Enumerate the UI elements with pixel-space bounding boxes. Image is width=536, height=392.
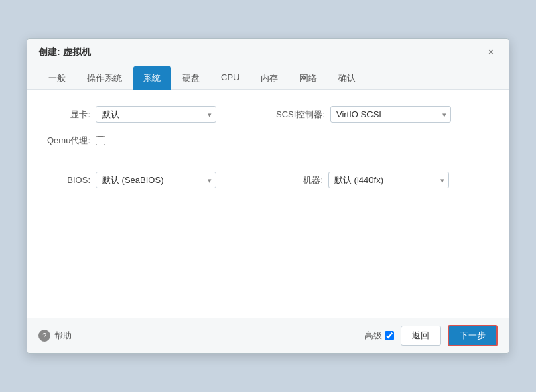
form-group-display: 显卡: 默认 xyxy=(44,106,260,123)
tab-os[interactable]: 操作系统 xyxy=(77,66,132,90)
scsi-label: SCSI控制器: xyxy=(276,109,325,121)
divider xyxy=(44,159,492,159)
display-select[interactable]: 默认 xyxy=(96,106,216,123)
form-group-qemu: Qemu代理: xyxy=(44,135,492,147)
footer-left: ? 帮助 xyxy=(38,330,72,342)
form-group-bios: BIOS: 默认 (SeaBIOS) xyxy=(44,172,260,188)
form-row-bios-machine: BIOS: 默认 (SeaBIOS) 机器: 默认 (i440fx) xyxy=(44,172,492,188)
tab-memory[interactable]: 内存 xyxy=(251,66,288,90)
bios-select-wrapper: 默认 (SeaBIOS) xyxy=(96,172,216,188)
machine-label: 机器: xyxy=(276,174,323,186)
tab-bar: 一般 操作系统 系统 硬盘 CPU 内存 网络 确认 xyxy=(27,66,509,90)
form-group-scsi: SCSI控制器: VirtIO SCSI xyxy=(276,106,492,123)
qemu-label: Qemu代理: xyxy=(44,135,90,147)
machine-select[interactable]: 默认 (i440fx) xyxy=(328,172,449,188)
advanced-group: 高级 xyxy=(364,330,394,342)
bios-select[interactable]: 默认 (SeaBIOS) xyxy=(96,172,216,188)
dialog-title: 创建: 虚拟机 xyxy=(38,46,91,58)
display-select-wrapper: 默认 xyxy=(96,106,216,123)
machine-select-wrapper: 默认 (i440fx) xyxy=(328,172,449,188)
create-vm-dialog: 创建: 虚拟机 × 一般 操作系统 系统 硬盘 CPU 内存 网络 确认 显卡:… xyxy=(27,38,509,354)
form-row-qemu: Qemu代理: xyxy=(44,135,492,147)
dialog-footer: ? 帮助 高级 返回 下一步 xyxy=(27,318,509,353)
form-group-machine: 机器: 默认 (i440fx) xyxy=(276,172,492,188)
scsi-select[interactable]: VirtIO SCSI xyxy=(330,106,451,123)
tab-general[interactable]: 一般 xyxy=(38,66,76,90)
close-button[interactable]: × xyxy=(484,46,498,59)
help-icon[interactable]: ? xyxy=(38,330,50,342)
scsi-select-wrapper: VirtIO SCSI xyxy=(330,106,451,123)
qemu-checkbox[interactable] xyxy=(96,136,105,145)
tab-confirm[interactable]: 确认 xyxy=(328,66,366,90)
tab-network[interactable]: 网络 xyxy=(289,66,327,90)
tab-disk[interactable]: 硬盘 xyxy=(172,66,210,90)
tab-system[interactable]: 系统 xyxy=(133,66,171,90)
bios-label: BIOS: xyxy=(44,175,90,185)
dialog-header: 创建: 虚拟机 × xyxy=(27,39,509,66)
footer-right: 高级 返回 下一步 xyxy=(364,325,498,346)
next-button[interactable]: 下一步 xyxy=(448,325,498,346)
display-label: 显卡: xyxy=(44,109,90,121)
help-label: 帮助 xyxy=(54,330,72,342)
advanced-label: 高级 xyxy=(364,330,382,342)
tab-cpu[interactable]: CPU xyxy=(211,66,249,90)
back-button[interactable]: 返回 xyxy=(401,326,441,346)
form-row-display-scsi: 显卡: 默认 SCSI控制器: VirtIO SCSI xyxy=(44,106,492,123)
dialog-body: 显卡: 默认 SCSI控制器: VirtIO SCSI Qemu代理: xyxy=(27,90,509,318)
advanced-checkbox[interactable] xyxy=(385,331,394,340)
